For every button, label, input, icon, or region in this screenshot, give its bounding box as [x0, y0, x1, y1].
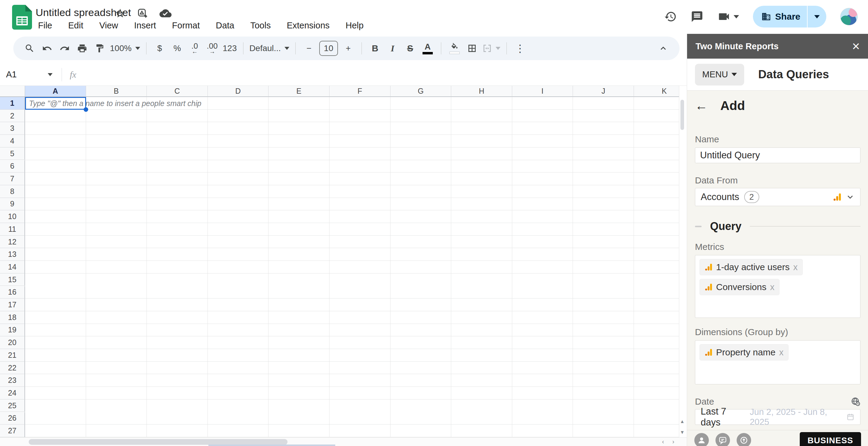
row-header-27[interactable]: 27	[0, 424, 25, 437]
font-select[interactable]: Defaul...	[249, 40, 289, 57]
avatar[interactable]	[840, 8, 858, 25]
horizontal-scrollbar[interactable]: ‹ ›	[0, 437, 687, 446]
timezone-globe-icon[interactable]	[851, 397, 861, 407]
column-header-I[interactable]: I	[512, 86, 573, 97]
cells-area[interactable]	[25, 97, 679, 437]
row-header-20[interactable]: 20	[0, 336, 25, 349]
scroll-down-arrow[interactable]: ▼	[679, 430, 685, 435]
redo-icon[interactable]	[57, 40, 72, 57]
field-chip[interactable]: 1-day active usersx	[700, 259, 803, 275]
row-header-2[interactable]: 2	[0, 110, 25, 122]
row-header-18[interactable]: 18	[0, 311, 25, 324]
row-header-23[interactable]: 23	[0, 374, 25, 387]
zoom-select[interactable]: 100%	[110, 40, 140, 57]
scroll-left-arrow[interactable]: ‹	[662, 438, 664, 445]
row-header-11[interactable]: 11	[0, 223, 25, 236]
row-header-7[interactable]: 7	[0, 173, 25, 185]
star-icon[interactable]	[115, 8, 126, 19]
decrease-decimal-button[interactable]: .0←	[188, 40, 202, 57]
meet-button[interactable]	[717, 10, 739, 23]
share-button[interactable]: Share	[753, 6, 826, 28]
name-box[interactable]: A1	[0, 69, 45, 80]
field-chip[interactable]: Conversionsx	[700, 279, 779, 295]
row-header-16[interactable]: 16	[0, 286, 25, 299]
font-size-input[interactable]: 10	[319, 41, 338, 56]
query-name-input[interactable]: Untitled Query	[695, 147, 861, 163]
menu-tools[interactable]: Tools	[248, 20, 273, 31]
row-header-26[interactable]: 26	[0, 412, 25, 425]
select-all-corner[interactable]	[0, 86, 25, 97]
menu-data[interactable]: Data	[213, 20, 237, 31]
merge-cells-button[interactable]	[482, 40, 500, 57]
menu-insert[interactable]: Insert	[132, 20, 159, 31]
menu-button[interactable]: MENU	[695, 64, 744, 86]
column-header-J[interactable]: J	[573, 86, 634, 97]
column-header-K[interactable]: K	[634, 86, 679, 97]
back-arrow-icon[interactable]: ←	[695, 99, 708, 112]
fill-color-button[interactable]	[447, 40, 462, 57]
row-header-24[interactable]: 24	[0, 387, 25, 399]
version-history-icon[interactable]	[664, 10, 677, 23]
support-chat-icon[interactable]	[715, 433, 730, 446]
row-header-8[interactable]: 8	[0, 185, 25, 198]
share-dropdown[interactable]	[808, 6, 826, 28]
column-header-F[interactable]: F	[330, 86, 391, 97]
row-header-15[interactable]: 15	[0, 273, 25, 286]
menu-extensions[interactable]: Extensions	[284, 20, 332, 31]
row-header-22[interactable]: 22	[0, 362, 25, 375]
menu-edit[interactable]: Edit	[66, 20, 86, 31]
cloud-status-icon[interactable]	[159, 7, 172, 19]
format-currency-button[interactable]: $	[153, 40, 167, 57]
column-header-A[interactable]: A	[25, 86, 86, 97]
merge-caret[interactable]	[496, 47, 500, 50]
column-header-G[interactable]: G	[391, 86, 452, 97]
row-header-3[interactable]: 3	[0, 122, 25, 135]
row-header-17[interactable]: 17	[0, 299, 25, 311]
data-from-select[interactable]: Accounts 2	[695, 188, 861, 206]
increase-decimal-button[interactable]: .00→	[205, 40, 220, 57]
row-header-4[interactable]: 4	[0, 135, 25, 147]
vertical-scrollbar-thumb[interactable]	[680, 100, 684, 130]
column-header-B[interactable]: B	[86, 86, 147, 97]
chip-remove-icon[interactable]: x	[779, 348, 784, 357]
chip-remove-icon[interactable]: x	[793, 262, 798, 272]
scroll-right-arrow[interactable]: ›	[672, 438, 674, 445]
strikethrough-button[interactable]: S	[403, 40, 417, 57]
menu-format[interactable]: Format	[170, 20, 203, 31]
row-header-14[interactable]: 14	[0, 261, 25, 273]
account-icon[interactable]	[694, 433, 709, 446]
increase-font-size-button[interactable]: +	[341, 40, 355, 57]
format-percent-button[interactable]: %	[170, 40, 185, 57]
horizontal-scrollbar-thumb[interactable]	[29, 439, 287, 445]
row-header-1[interactable]: 1	[0, 97, 25, 110]
row-header-25[interactable]: 25	[0, 399, 25, 412]
menu-view[interactable]: View	[97, 20, 121, 31]
row-header-19[interactable]: 19	[0, 324, 25, 337]
row-header-6[interactable]: 6	[0, 160, 25, 173]
date-range-select[interactable]: Last 7 days Jun 2, 2025 - Jun 8, 2025	[695, 409, 861, 425]
comments-icon[interactable]	[691, 10, 704, 23]
label-plus-icon[interactable]	[137, 8, 148, 19]
decrease-font-size-button[interactable]: −	[302, 40, 316, 57]
row-header-12[interactable]: 12	[0, 236, 25, 248]
row-header-13[interactable]: 13	[0, 248, 25, 261]
paint-format-icon[interactable]	[92, 40, 107, 57]
column-header-D[interactable]: D	[208, 86, 269, 97]
meet-dropdown-caret[interactable]	[734, 15, 739, 19]
close-icon[interactable]: ×	[852, 39, 860, 53]
fill-handle[interactable]	[84, 107, 88, 112]
metrics-box[interactable]: 1-day active usersxConversionsx	[695, 255, 861, 318]
column-header-C[interactable]: C	[147, 86, 208, 97]
borders-button[interactable]	[465, 40, 479, 57]
vertical-scrollbar[interactable]: ▲ ▼	[679, 86, 685, 437]
scroll-up-arrow[interactable]: ▲	[679, 419, 685, 424]
upgrade-icon[interactable]	[737, 433, 751, 446]
column-header-H[interactable]: H	[451, 86, 512, 97]
menu-help[interactable]: Help	[343, 20, 366, 31]
menu-file[interactable]: File	[36, 20, 55, 31]
bold-button[interactable]: B	[368, 40, 382, 57]
chip-remove-icon[interactable]: x	[770, 282, 775, 292]
undo-icon[interactable]	[40, 40, 54, 57]
print-icon[interactable]	[75, 40, 89, 57]
row-header-5[interactable]: 5	[0, 147, 25, 160]
